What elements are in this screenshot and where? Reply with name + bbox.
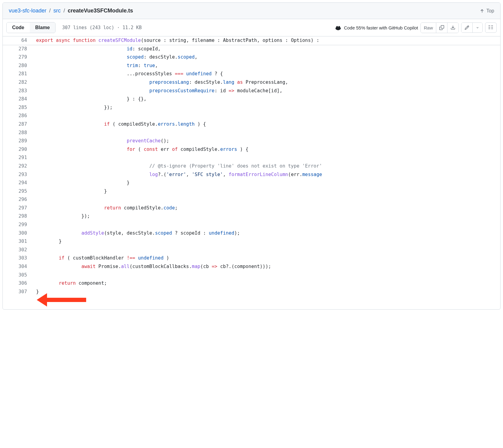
- code-content: // @ts-ignore (Property 'line' does not …: [33, 162, 500, 171]
- file-toolbar: Code Blame 307 lines (243 loc) · 11.2 KB…: [3, 19, 500, 36]
- pencil-icon: [464, 25, 469, 30]
- tab-blame[interactable]: Blame: [30, 22, 55, 33]
- code-content: } : {},: [33, 95, 500, 104]
- file-header: vue3-sfc-loader / src / createVue3SFCMod…: [3, 3, 500, 19]
- code-content: preprocessLang: descStyle.lang as Prepro…: [33, 78, 500, 87]
- line-number[interactable]: 282: [3, 78, 33, 87]
- code-content: if ( compiledStyle.errors.length ) {: [33, 120, 500, 129]
- code-content: id: scopeId,: [33, 45, 500, 53]
- sticky-line: 64 export async function createSFCModule…: [3, 36, 500, 45]
- breadcrumb: vue3-sfc-loader / src / createVue3SFCMod…: [9, 8, 133, 14]
- line-number[interactable]: 300: [3, 229, 33, 238]
- line-number[interactable]: 297: [3, 204, 33, 212]
- code-content: [33, 112, 500, 120]
- line-number[interactable]: 290: [3, 145, 33, 154]
- line-number[interactable]: 283: [3, 87, 33, 95]
- line-number[interactable]: 298: [3, 212, 33, 221]
- line-number[interactable]: 295: [3, 187, 33, 196]
- download-icon: [451, 25, 455, 30]
- code-content: preprocessCustomRequire: id => moduleCac…: [33, 87, 500, 95]
- code-content: preventCache();: [33, 137, 500, 145]
- copilot-prompt[interactable]: Code 55% faster with GitHub Copilot: [336, 25, 418, 31]
- download-button[interactable]: [447, 23, 458, 33]
- code-content: }: [33, 187, 500, 196]
- code-content: addStyle(style, descStyle.scoped ? scope…: [33, 229, 500, 238]
- line-number[interactable]: 287: [3, 120, 33, 129]
- code-content: return component;: [33, 279, 500, 288]
- code-content: for ( const err of compiledStyle.errors …: [33, 145, 500, 154]
- code-content: [33, 154, 500, 162]
- line-number[interactable]: 284: [3, 95, 33, 104]
- code-content: if ( customBlockHandler !== undefined ): [33, 254, 500, 263]
- code-content: });: [33, 212, 500, 221]
- line-number[interactable]: 64: [3, 36, 33, 45]
- line-number[interactable]: 304: [3, 263, 33, 271]
- line-number[interactable]: 278: [3, 45, 33, 53]
- line-number[interactable]: 301: [3, 237, 33, 246]
- file-view-container: vue3-sfc-loader / src / createVue3SFCMod…: [2, 2, 501, 310]
- line-number[interactable]: 291: [3, 154, 33, 162]
- line-number[interactable]: 305: [3, 271, 33, 280]
- copy-icon: [439, 25, 444, 30]
- toolbar-right: Code 55% faster with GitHub Copilot Raw: [336, 22, 497, 33]
- raw-button[interactable]: Raw: [421, 23, 436, 33]
- breadcrumb-repo[interactable]: vue3-sfc-loader: [9, 8, 46, 14]
- chevron-down-icon: [476, 26, 479, 29]
- file-meta: 307 lines (243 loc) · 11.2 KB: [62, 25, 142, 30]
- code-content: [33, 129, 500, 137]
- breadcrumb-sep: /: [49, 8, 51, 14]
- code-content: ...processStyles === undefined ? {: [33, 70, 500, 78]
- copilot-label: Code 55% faster with GitHub Copilot: [344, 25, 418, 30]
- code-content: scoped: descStyle.scoped,: [33, 53, 500, 62]
- code-content: await Promise.all(customBlockCallbacks.m…: [33, 263, 500, 271]
- line-number[interactable]: 293: [3, 171, 33, 179]
- code-content: [33, 271, 500, 280]
- symbols-button[interactable]: [485, 22, 497, 33]
- breadcrumb-file: createVue3SFCModule.ts: [68, 8, 133, 14]
- code-content: return compiledStyle.code;: [33, 204, 500, 212]
- annotation-arrow: [39, 294, 500, 306]
- line-number[interactable]: 286: [3, 112, 33, 120]
- line-number[interactable]: 299: [3, 221, 33, 229]
- scroll-top-label: Top: [486, 8, 494, 14]
- line-number[interactable]: 279: [3, 53, 33, 62]
- code-area: 64 export async function createSFCModule…: [3, 36, 500, 309]
- code-content: trim: true,: [33, 62, 500, 70]
- code-content: export async function createSFCModule(so…: [33, 36, 500, 45]
- code-content: [33, 221, 500, 229]
- line-number[interactable]: 281: [3, 70, 33, 78]
- line-number[interactable]: 294: [3, 179, 33, 187]
- copilot-icon: [336, 25, 342, 31]
- line-number[interactable]: 306: [3, 279, 33, 288]
- line-number[interactable]: 292: [3, 162, 33, 171]
- code-content: }: [33, 237, 500, 246]
- code-content: [33, 195, 500, 204]
- raw-copy-download-group: Raw: [420, 22, 459, 33]
- line-number[interactable]: 285: [3, 104, 33, 112]
- code-content: log?.('error', 'SFC style', formatErrorL…: [33, 171, 500, 179]
- arrow-up-icon: [480, 8, 484, 13]
- edit-button[interactable]: [461, 23, 473, 32]
- line-number[interactable]: 280: [3, 62, 33, 70]
- scroll-top-button[interactable]: Top: [480, 8, 494, 14]
- symbols-icon: [488, 25, 493, 30]
- arrow-line-icon: [45, 298, 86, 302]
- code-content: [33, 246, 500, 254]
- line-number[interactable]: 307: [3, 288, 33, 296]
- line-number[interactable]: 289: [3, 137, 33, 145]
- code-content: }: [33, 179, 500, 187]
- breadcrumb-sep: /: [63, 8, 65, 14]
- code-content: });: [33, 104, 500, 112]
- edit-dropdown[interactable]: [473, 23, 482, 32]
- line-number[interactable]: 296: [3, 195, 33, 204]
- view-tabs: Code Blame: [6, 22, 56, 33]
- line-number[interactable]: 303: [3, 254, 33, 263]
- edit-group: [461, 22, 483, 33]
- line-number[interactable]: 288: [3, 129, 33, 137]
- tab-code[interactable]: Code: [7, 22, 30, 33]
- copy-button[interactable]: [436, 23, 447, 33]
- breadcrumb-dir[interactable]: src: [53, 8, 61, 14]
- line-number[interactable]: 302: [3, 246, 33, 254]
